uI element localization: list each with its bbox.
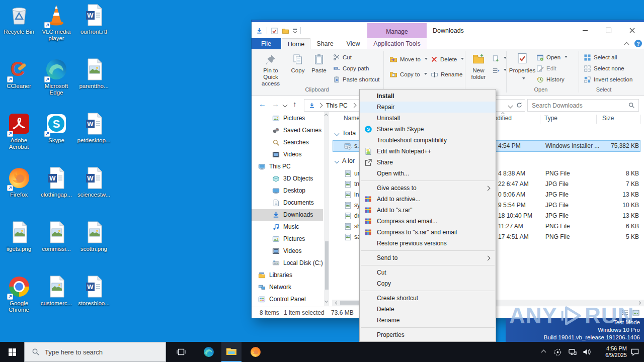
properties-button[interactable]: Properties xyxy=(508,67,536,74)
tray-network-icon[interactable] xyxy=(566,342,580,362)
desktop-icon-clothingap[interactable]: Wclothingap... xyxy=(38,166,75,198)
sidebar-item-local-disk-c[interactable]: Local Disk (C:) xyxy=(252,257,323,269)
sidebar-item-saved-games[interactable]: Saved Games xyxy=(252,125,323,136)
menu-item-rename[interactable]: Rename xyxy=(360,315,496,326)
desktop-icon-commissi[interactable]: commissi... xyxy=(38,220,75,252)
sidebar-scrollbar-thumb[interactable] xyxy=(325,241,329,290)
title-bar[interactable]: Manage Downloads xyxy=(252,22,644,38)
menu-item-properties[interactable]: Properties xyxy=(360,329,496,340)
desktop-icon-sciencestw[interactable]: Wsciencestw... xyxy=(75,166,113,198)
sidebar-scrollbar[interactable] xyxy=(324,112,329,306)
desktop-icon-petdesktop[interactable]: Wpetdesktop... xyxy=(75,112,113,144)
paste-shortcut-button[interactable]: Paste shortcut xyxy=(333,74,380,84)
maximize-button[interactable] xyxy=(597,22,620,38)
copy-button[interactable]: Copy xyxy=(288,67,308,74)
desktop-icon-parenttho[interactable]: parenttho... xyxy=(75,57,113,89)
invert-selection-button[interactable]: Invert selection xyxy=(584,74,632,84)
help-icon[interactable]: ? xyxy=(634,40,642,47)
group-header[interactable]: Toda xyxy=(335,130,356,137)
open-button[interactable]: Open xyxy=(536,52,568,62)
desktop-icon-storesbloo[interactable]: Wstoresbloo... xyxy=(75,275,113,307)
tab-file[interactable]: File xyxy=(252,38,281,49)
delete-button[interactable]: Delete xyxy=(431,54,464,64)
sidebar-item-libraries[interactable]: Libraries xyxy=(252,269,323,281)
desktop-icon-ccleaner[interactable]: CCCleaner xyxy=(0,57,38,89)
taskbar-explorer-button[interactable] xyxy=(221,342,242,362)
refresh-icon[interactable] xyxy=(516,102,523,109)
menu-item-edit-with-notepad[interactable]: Edit with Notepad++ xyxy=(360,146,496,157)
menu-item-uninstall[interactable]: Uninstall xyxy=(360,113,496,124)
desktop-icon-skype[interactable]: SSkype xyxy=(38,112,75,144)
desktop-icon-recycle-bin[interactable]: Recycle Bin xyxy=(0,3,38,35)
menu-item-cut[interactable]: Cut xyxy=(360,267,496,278)
menu-item-share[interactable]: Share xyxy=(360,157,496,168)
menu-item-add-to-archive[interactable]: Add to archive... xyxy=(360,194,496,205)
desktop-icon-vlc-media-player[interactable]: VLC media player xyxy=(38,3,75,42)
select-all-button[interactable]: Select all xyxy=(584,52,617,62)
desktop-icon-customerc[interactable]: customerc... xyxy=(38,275,75,307)
menu-item-delete[interactable]: Delete xyxy=(360,304,496,315)
select-none-button[interactable]: Select none xyxy=(584,63,624,73)
start-button[interactable] xyxy=(0,342,24,362)
column-header-size[interactable]: Size xyxy=(602,115,614,122)
close-button[interactable] xyxy=(620,22,644,38)
cut-button[interactable]: Cut xyxy=(333,52,352,62)
breadcrumb-root[interactable]: This PC xyxy=(326,102,348,109)
desktop-icon-microsoft-edge[interactable]: Microsoft Edge xyxy=(38,57,75,96)
move-to-button[interactable]: Move to xyxy=(389,54,428,64)
desktop-icon-ourfront-rtf[interactable]: Wourfront.rtf xyxy=(75,3,113,35)
history-button[interactable]: History xyxy=(536,74,565,84)
desktop-icon-google-chrome[interactable]: Google Chrome xyxy=(0,275,38,313)
new-folder-icon[interactable] xyxy=(282,27,289,35)
address-dropdown-icon[interactable] xyxy=(508,104,513,109)
new-folder-button[interactable]: New folder xyxy=(467,67,490,80)
menu-item-compress-to-s-rar-and-email[interactable]: Compress to "s.rar" and email xyxy=(360,227,496,238)
new-item-button[interactable] xyxy=(492,53,507,63)
tab-home[interactable]: Home xyxy=(282,38,310,50)
pin-to-quick-access-button[interactable]: Pin to Quick access xyxy=(256,67,286,87)
copy-to-button[interactable]: Copy to xyxy=(389,69,427,79)
group-header[interactable]: A lor xyxy=(335,157,355,164)
up-icon[interactable]: ↑ xyxy=(293,100,297,108)
menu-item-give-access-to[interactable]: Give access to xyxy=(360,183,496,194)
tray-show-hidden-icons[interactable] xyxy=(537,342,549,362)
menu-item-share-with-skype[interactable]: SShare with Skype xyxy=(360,124,496,135)
taskbar-edge-button[interactable] xyxy=(199,342,219,362)
paste-button[interactable]: Paste xyxy=(309,67,329,74)
menu-item-send-to[interactable]: Send to xyxy=(360,252,496,263)
menu-item-create-shortcut[interactable]: Create shortcut xyxy=(360,293,496,304)
menu-item-compress-and-email[interactable]: Compress and email... xyxy=(360,216,496,227)
forward-icon[interactable]: → xyxy=(272,100,279,108)
sidebar-item-videos[interactable]: Videos xyxy=(252,149,323,160)
sidebar-item-documents[interactable]: Documents xyxy=(252,197,323,209)
column-header-type[interactable]: Type xyxy=(544,115,557,122)
search-box[interactable]: Search Downloads xyxy=(527,99,639,112)
taskbar-clock[interactable]: 4:56 PM 6/9/2025 xyxy=(596,345,627,358)
sidebar-item-control-panel[interactable]: Control Panel xyxy=(252,294,323,305)
menu-item-repair[interactable]: Repair xyxy=(360,102,496,113)
menu-item-troubleshoot-compatibility[interactable]: Troubleshoot compatibility xyxy=(360,135,496,146)
back-icon[interactable]: ← xyxy=(259,100,266,108)
tab-application-tools[interactable]: Application Tools xyxy=(367,38,427,49)
taskbar-search[interactable]: Type here to search xyxy=(24,342,166,362)
rename-button[interactable]: Rename xyxy=(431,69,462,79)
recent-locations-icon[interactable] xyxy=(283,103,288,108)
sidebar-item-3d-objects[interactable]: 3D Objects xyxy=(252,173,323,185)
properties-dropdown[interactable] xyxy=(521,74,525,83)
sidebar-item-searches[interactable]: Searches xyxy=(252,137,323,148)
minimize-button[interactable] xyxy=(573,22,597,38)
sidebar-item-network[interactable]: Network xyxy=(252,282,323,293)
tab-view[interactable]: View xyxy=(340,38,366,49)
sidebar-item-downloads[interactable]: Downloads xyxy=(252,209,323,221)
action-center-button[interactable] xyxy=(627,342,643,362)
menu-item-copy[interactable]: Copy xyxy=(360,278,496,289)
desktop-icon-firefox[interactable]: Firefox xyxy=(0,166,38,198)
sidebar-item-videos[interactable]: Videos xyxy=(252,245,323,257)
sidebar-item-desktop[interactable]: Desktop xyxy=(252,185,323,197)
collapse-ribbon-icon[interactable] xyxy=(624,42,629,47)
properties-check-icon[interactable] xyxy=(271,27,278,35)
sidebar-item-music[interactable]: Music xyxy=(252,221,323,233)
copy-path-button[interactable]: WCopy path xyxy=(333,63,369,73)
menu-item-install[interactable]: Install xyxy=(360,90,496,102)
taskbar-firefox-button[interactable] xyxy=(246,342,266,362)
